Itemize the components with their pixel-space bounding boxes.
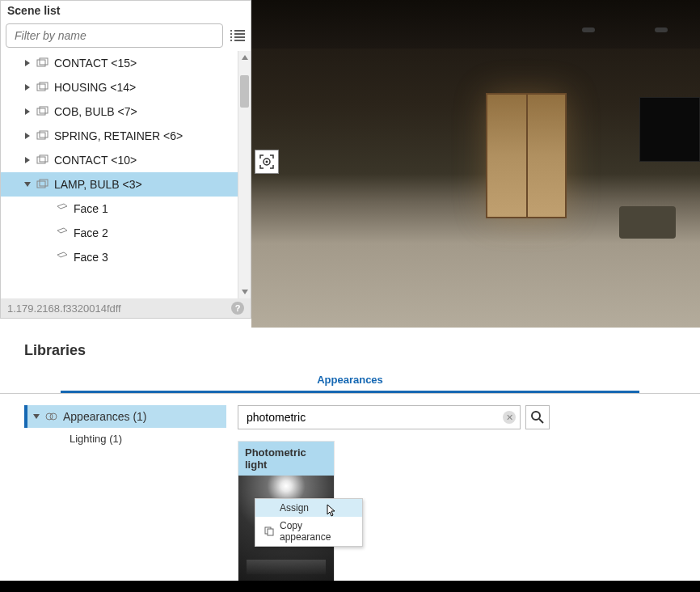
tree-item[interactable]: CONTACT <10> [1,148,238,172]
part-icon [36,106,49,117]
chevron-down-icon [32,412,40,421]
context-menu-label: Copy appearance [280,520,354,543]
blank-icon [264,502,275,514]
svg-rect-12 [37,108,45,115]
libraries-tabs: Appearances [0,369,700,394]
scrollbar-down-icon[interactable] [238,285,251,298]
tree-item-label: HOUSING <14> [54,81,136,94]
copy-icon [264,526,275,537]
cursor-pointer-icon [323,503,337,519]
svg-rect-10 [37,84,45,91]
svg-point-23 [50,413,57,420]
part-icon [36,82,49,93]
libraries-main: ✕ Photometric light Assign Copy appeara [238,405,676,581]
context-menu: Assign Copy appearance [255,498,363,547]
svg-rect-15 [40,131,48,137]
face-icon [56,227,69,239]
sidebar-item-appearances[interactable]: Appearances (1) [24,405,226,428]
viewport-tv [639,97,700,162]
appearance-icon [45,411,58,422]
svg-rect-13 [40,107,48,113]
tree-item-face[interactable]: Face 1 [1,197,238,221]
libraries-sidebar: Appearances (1) Lighting (1) [24,405,226,581]
tree-item[interactable]: CONTACT <15> [1,51,238,75]
tree-item[interactable]: SPRING, RETAINER <6> [1,124,238,148]
tree-item-face[interactable]: Face 3 [1,245,238,269]
context-menu-copy[interactable]: Copy appearance [255,517,362,546]
scene-list-panel: Scene list CONTACT <15> HOUSING <14> COB… [0,0,251,319]
part-icon [36,130,49,142]
scrollbar-up-icon[interactable] [238,51,251,64]
list-view-icon[interactable] [230,30,246,41]
svg-rect-17 [40,155,48,162]
scene-tree[interactable]: CONTACT <15> HOUSING <14> COB, BULB <7> … [1,51,238,298]
tree-item-label: CONTACT <15> [54,57,137,70]
chevron-right-icon [23,59,32,67]
viewport-ceiling [251,0,700,49]
svg-line-25 [539,419,543,423]
scene-footer: 1.179.2168.f3320014fdff ? [1,298,251,318]
svg-rect-9 [40,58,48,65]
svg-point-24 [532,412,540,420]
chevron-right-icon [23,83,32,91]
search-button[interactable] [525,405,550,429]
scrollbar-thumb[interactable] [240,75,249,108]
help-icon[interactable]: ? [231,302,244,315]
bottom-bar [0,581,700,592]
filter-input[interactable] [6,23,223,48]
viewport-window [486,93,567,218]
sidebar-item-label: Appearances (1) [63,410,147,423]
tree-item[interactable]: COB, BULB <7> [1,99,238,124]
clear-search-icon[interactable]: ✕ [503,411,516,424]
ceiling-light-icon [655,27,668,32]
libraries-panel: Libraries Appearances Appearances (1) Li… [0,328,700,581]
face-icon [56,203,69,214]
filter-row [1,20,251,51]
card-title: Photometric light [238,442,334,476]
tree-item[interactable]: HOUSING <14> [1,75,238,99]
tree-item-label: LAMP, BULB <3> [54,178,142,191]
chevron-right-icon [23,156,32,164]
part-icon [36,154,49,166]
sidebar-item-label: Lighting (1) [70,433,122,445]
tree-item-label: COB, BULB <7> [54,105,137,118]
part-icon [36,57,49,69]
face-icon [56,252,69,263]
version-label: 1.179.2168.f3320014fdff [7,302,121,315]
tree-item-label: CONTACT <10> [54,154,137,167]
scene-list-title: Scene list [1,1,251,20]
tree-item-label: SPRING, RETAINER <6> [54,129,183,142]
ceiling-light-icon [582,27,595,32]
scene-tree-scrollbar[interactable] [238,51,251,298]
tree-item-label: Face 3 [74,251,108,264]
tree-item-label: Face 1 [74,202,108,215]
svg-rect-14 [37,133,45,139]
part-icon [36,179,49,190]
chevron-right-icon [23,132,32,140]
focus-target-button[interactable] [255,150,279,174]
svg-rect-8 [37,60,45,66]
chevron-right-icon [23,108,32,116]
svg-rect-18 [37,181,45,188]
svg-rect-27 [268,529,273,535]
chevron-down-icon [23,180,32,188]
sidebar-item-lighting[interactable]: Lighting (1) [24,428,226,450]
libraries-title: Libraries [0,336,700,366]
render-viewport[interactable] [251,0,700,348]
viewport-chair [619,206,676,239]
context-menu-assign[interactable]: Assign [255,499,362,517]
svg-rect-16 [37,157,45,163]
context-menu-label: Assign [280,502,309,514]
svg-rect-11 [40,82,48,89]
svg-rect-19 [40,180,48,186]
appearance-card[interactable]: Photometric light Assign Copy appearance [238,441,335,581]
svg-point-21 [266,161,268,163]
tree-item-label: Face 2 [74,226,108,239]
tree-item-selected[interactable]: LAMP, BULB <3> [1,172,238,197]
tab-appearances[interactable]: Appearances [61,369,639,393]
tree-item-face[interactable]: Face 2 [1,221,238,245]
search-input[interactable] [238,405,521,429]
